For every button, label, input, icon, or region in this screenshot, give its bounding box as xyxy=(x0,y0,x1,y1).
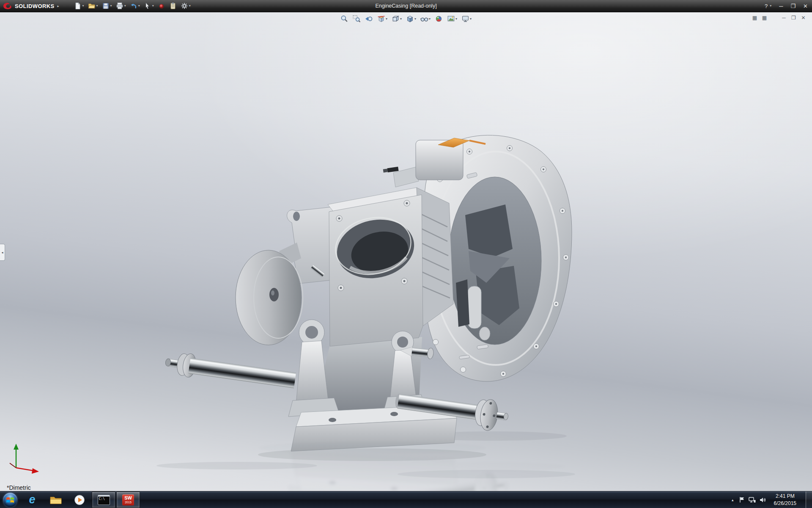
new-document-button[interactable]: ▾ xyxy=(73,1,85,11)
help-button[interactable]: ? ▾ xyxy=(765,3,771,9)
doc-window-icon[interactable]: ▦ xyxy=(761,14,768,21)
previous-view-button[interactable] xyxy=(364,14,374,24)
minimize-button[interactable]: ─ xyxy=(779,3,783,9)
internet-explorer-icon: e xyxy=(29,494,35,505)
new-document-icon xyxy=(74,2,82,10)
select-button[interactable]: ▾ xyxy=(143,1,155,11)
options-button[interactable]: ▾ xyxy=(179,1,192,11)
solidworks-menu[interactable]: SOLIDWORKS ▸ xyxy=(0,0,63,12)
volume-icon[interactable] xyxy=(760,497,766,503)
doc-minimize-button[interactable]: ─ xyxy=(780,14,787,21)
section-view-button[interactable]: ▾ xyxy=(376,14,389,24)
maximize-button[interactable]: ❐ xyxy=(790,3,796,9)
clock-date: 6/26/2015 xyxy=(774,500,796,507)
select-cursor-icon xyxy=(144,2,151,10)
zoom-to-fit-button[interactable] xyxy=(339,14,350,24)
network-icon[interactable] xyxy=(749,497,756,503)
graphics-area[interactable]: ▾ ▾ ▾ xyxy=(0,12,812,491)
zoom-to-area-icon xyxy=(353,15,361,23)
windows-orb-icon xyxy=(3,493,17,507)
windows-taskbar: e C:\ SW 2015 ▴ xyxy=(0,491,812,508)
edit-appearance-button[interactable] xyxy=(433,14,444,24)
orientation-triad-icon xyxy=(8,436,46,475)
doc-restore-button[interactable]: ❐ xyxy=(790,14,797,21)
titlebar-controls: ? ▾ ─ ❐ ✕ xyxy=(765,3,808,9)
previous-view-icon xyxy=(365,15,373,23)
print-icon xyxy=(116,2,123,10)
zoom-to-fit-icon xyxy=(340,15,348,23)
ds-logo-icon xyxy=(3,2,13,10)
engine-casing-model[interactable] xyxy=(0,12,812,491)
save-floppy-icon xyxy=(102,2,110,10)
app-titlebar: SOLIDWORKS ▸ ▾ ▾ xyxy=(0,0,812,12)
dropdown-arrow-icon: ▾ xyxy=(770,4,771,8)
taskbar-media-player[interactable] xyxy=(68,491,91,508)
quick-access-toolbar: ▾ ▾ ▾ xyxy=(73,1,192,11)
print-button[interactable]: ▾ xyxy=(115,1,127,11)
doc-window-icon[interactable]: ▦ xyxy=(751,14,758,21)
close-button[interactable]: ✕ xyxy=(803,3,808,9)
solidworks-badge-text: SW xyxy=(124,496,132,501)
chevron-left-icon: ◂ xyxy=(1,251,3,254)
hide-show-items-button[interactable]: ▾ xyxy=(419,14,432,24)
folder-icon xyxy=(50,495,62,505)
dropdown-arrow-icon[interactable]: ▾ xyxy=(429,17,431,21)
taskbar-clock[interactable]: 2:41 PM 6/26/2015 xyxy=(770,493,800,506)
taskbar-command-prompt[interactable]: C:\ xyxy=(92,491,115,508)
brand-menu-arrow-icon[interactable]: ▸ xyxy=(58,4,59,8)
dropdown-arrow-icon[interactable]: ▾ xyxy=(152,4,154,8)
taskbar-internet-explorer[interactable]: e xyxy=(21,491,44,508)
dropdown-arrow-icon[interactable]: ▾ xyxy=(82,4,84,8)
show-hidden-icons-button[interactable]: ▴ xyxy=(730,497,735,503)
desktop: SOLIDWORKS ▸ ▾ ▾ xyxy=(0,0,812,508)
appearance-ball-icon xyxy=(435,15,443,23)
brand-text: SOLIDWORKS xyxy=(15,3,55,9)
undo-button[interactable]: ▾ xyxy=(129,1,141,11)
dropdown-arrow-icon[interactable]: ▾ xyxy=(110,4,112,8)
dropdown-arrow-icon[interactable]: ▾ xyxy=(96,4,98,8)
command-prompt-icon: C:\ xyxy=(98,495,110,505)
display-style-button[interactable]: ▾ xyxy=(405,14,417,24)
command-prompt-text: C:\ xyxy=(98,497,110,501)
open-button[interactable]: ▾ xyxy=(87,1,99,11)
dropdown-arrow-icon[interactable]: ▾ xyxy=(386,17,387,21)
taskbar-solidworks[interactable]: SW 2015 xyxy=(116,491,140,508)
heads-up-view-toolbar: ▾ ▾ ▾ xyxy=(339,14,473,24)
document-window-controls: ▦ ▦ ─ ❐ ✕ xyxy=(751,14,807,21)
view-orientation-label: *Dimetric xyxy=(7,484,31,491)
taskbar-windows-explorer[interactable] xyxy=(44,491,67,508)
dropdown-arrow-icon[interactable]: ▾ xyxy=(189,4,191,8)
display-style-icon xyxy=(406,15,414,23)
windows-flag-icon xyxy=(6,496,14,504)
file-properties-icon xyxy=(169,2,177,10)
media-player-icon xyxy=(74,494,85,505)
featuremanager-expand-tab[interactable]: ◂ xyxy=(0,244,5,261)
view-orientation-button[interactable]: ▾ xyxy=(390,14,403,24)
save-button[interactable]: ▾ xyxy=(101,1,113,11)
apply-scene-button[interactable]: ▾ xyxy=(446,14,458,24)
dropdown-arrow-icon[interactable]: ▾ xyxy=(455,17,457,21)
rebuild-icon xyxy=(158,2,165,10)
zoom-to-area-button[interactable] xyxy=(351,14,362,24)
dropdown-arrow-icon[interactable]: ▾ xyxy=(470,17,472,21)
action-center-flag-icon[interactable] xyxy=(739,497,745,503)
help-glyph: ? xyxy=(765,3,768,9)
show-desktop-button[interactable] xyxy=(806,491,812,508)
dropdown-arrow-icon[interactable]: ▾ xyxy=(400,17,402,21)
undo-arrow-icon xyxy=(130,2,137,10)
scene-icon xyxy=(447,15,455,23)
dropdown-arrow-icon[interactable]: ▾ xyxy=(414,17,416,21)
document-title: EngineCasing [Read-only] xyxy=(375,3,436,9)
start-button[interactable] xyxy=(0,491,20,508)
clock-time: 2:41 PM xyxy=(774,493,796,500)
dropdown-arrow-icon[interactable]: ▾ xyxy=(124,4,126,8)
file-properties-button[interactable] xyxy=(168,1,178,11)
rebuild-button[interactable] xyxy=(156,1,167,11)
gear-icon xyxy=(181,2,188,10)
view-settings-button[interactable]: ▾ xyxy=(460,14,473,24)
dropdown-arrow-icon[interactable]: ▾ xyxy=(138,4,140,8)
eyeglasses-icon xyxy=(420,15,428,23)
solidworks-badge-year: 2015 xyxy=(125,501,132,504)
solidworks-app-icon: SW 2015 xyxy=(122,494,134,505)
doc-close-button[interactable]: ✕ xyxy=(800,14,807,21)
